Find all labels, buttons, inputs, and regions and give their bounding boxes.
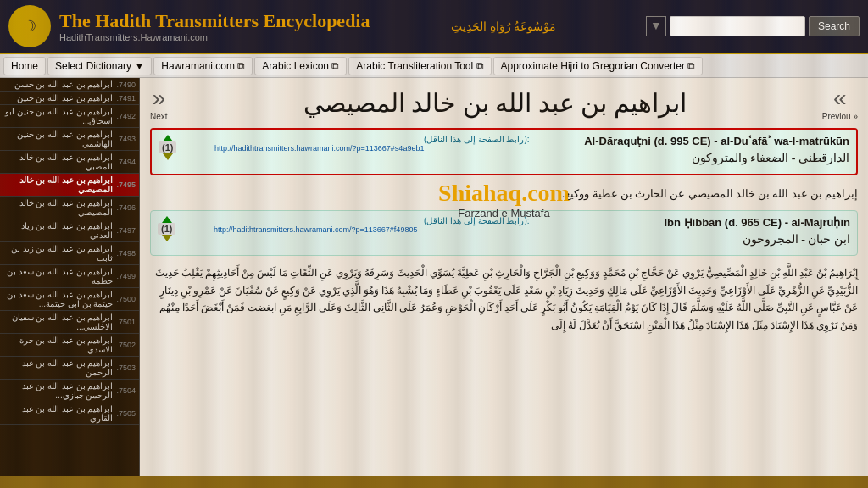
source-title-2: Ibn Ḥibbān (d. 965 CE) - al-Majrūḥīn <box>535 216 851 229</box>
permalink-label-2: :(رابط الصفحة إلى هذا الناقل) <box>214 216 530 225</box>
list-item[interactable]: .7492 ابراهيم بن عبد الله بن حنين ابو اس… <box>0 105 139 128</box>
nav-home[interactable]: Home <box>3 57 46 75</box>
list-item[interactable]: .7497 ابراهيم بن عبد الله بن زياد العدني <box>0 219 139 242</box>
rank-number-2: (1) <box>158 223 175 235</box>
site-url: HadithTransmitters.Hawramani.com <box>59 32 208 42</box>
nav-transliteration[interactable]: Arabic Transliteration Tool ⧉ <box>348 57 491 75</box>
list-item[interactable]: .7504 ابراهيم بن عبد الله بن عبد الرحمن … <box>0 380 139 402</box>
page-navigation: » « Previou ابراهيم بن عبد الله بن خالد … <box>150 85 858 121</box>
source-title-1: Al-Dāraquṭni (d. 995 CE) - al-Duʿafāʾ wa… <box>535 135 850 147</box>
rank-down-icon-2[interactable] <box>162 235 172 241</box>
list-item[interactable]: .7493 ابراهيم بن عبد الله بن حنين الهاشم… <box>0 128 139 151</box>
list-item[interactable]: .7494 ابراهيم بن عبد الله بن خالد المصبي <box>0 151 139 174</box>
entry-left-1: (1) <box>159 135 209 160</box>
logo-area: The Hadith Transmitters Encyclopedia Had… <box>59 10 370 42</box>
entry-right-2: :(رابط الصفحة إلى هذا الناقل) http://had… <box>214 216 530 234</box>
list-item[interactable]: .7500 ابراهيم بن عبد الله بن سعد بن خيثم… <box>0 288 139 311</box>
next-button[interactable]: « Next <box>150 85 168 121</box>
entry-url-1[interactable]: http://hadithtransmitters.hawramani.com/… <box>214 144 530 152</box>
navbar: Home Select Dictionary ▼ Hawramani.com ⧉… <box>0 54 868 78</box>
prev-button[interactable]: » « Previou <box>822 85 858 121</box>
site-title: The Hadith Transmitters Encyclopedia <box>59 10 370 32</box>
search-area: ▼ Search <box>646 16 860 36</box>
list-item-active[interactable]: .7495 ابراهيم بن عبد الله بن خالد المصيص… <box>0 174 139 197</box>
entry-right-1: :(رابط الصفحة إلى هذا الناقل) http://had… <box>214 135 530 152</box>
search-input[interactable] <box>670 16 805 36</box>
permalink-label-1: :(رابط الصفحة إلى هذا الناقل) <box>214 135 530 144</box>
rank-down-icon[interactable] <box>163 153 173 160</box>
list-item[interactable]: .7503 ابراهيم بن عبد الله بن عبد الرحمن <box>0 357 139 380</box>
sidebar: .7490 ابراهيم بن عبد الله بن حسن .7491 ا… <box>0 78 140 476</box>
logo-icon: ☽ <box>8 5 51 47</box>
content-area: » « Previou ابراهيم بن عبد الله بن خالد … <box>140 78 868 476</box>
list-item[interactable]: .7496 ابراهيم بن عبد الله بن خالد المصيص… <box>0 197 139 219</box>
rank-number-1: (1) <box>159 141 176 153</box>
nav-dictionary[interactable]: Select Dictionary ▼ <box>47 57 152 75</box>
rank-up-icon-2[interactable] <box>162 216 172 223</box>
page-title: ابراهيم بن عبد الله بن خالد المصيصي <box>303 88 687 118</box>
list-item[interactable]: .7498 ابراهيم بن عبد الله بن زيد بن ثابت <box>0 242 139 265</box>
list-item[interactable]: .7499 ابراهيم بن عبد الله بن سعد بن حطمة <box>0 265 139 288</box>
entry-left-2: (1) <box>158 216 209 241</box>
entry-source-2: Ibn Ḥibbān (d. 965 CE) - al-Majrūḥīn ابن… <box>535 216 851 247</box>
arabic-text-1: إبراهيم بن عبد الله بن خالد المصيصي عن ا… <box>150 184 858 203</box>
entry-source-1: Al-Dāraquṭni (d. 995 CE) - al-Duʿafāʾ wa… <box>535 135 850 165</box>
entry-header-1: (1) :(رابط الصفحة إلى هذا الناقل) http:/… <box>159 135 849 165</box>
nav-hawramani[interactable]: Hawramani.com ⧉ <box>153 57 253 75</box>
search-dropdown-icon[interactable]: ▼ <box>646 16 666 36</box>
arabic-source-1: الدارقطني - الضعفاء والمتروكون <box>535 151 850 165</box>
arabic-source-2: ابن حبان - المجروحون <box>535 232 851 247</box>
nav-hijri[interactable]: Approximate Hijri to Gregorian Converter… <box>493 57 704 75</box>
search-button[interactable]: Search <box>809 16 860 36</box>
nav-arabic-lexicon[interactable]: Arabic Lexicon ⧉ <box>254 57 347 75</box>
arabic-tagline: مَوْسُوعَةُ رُوَاةِ الحَدِيثِ <box>451 19 556 34</box>
list-item[interactable]: .7502 ابراهيم بن عبد الله بن حرة الاسدي <box>0 334 139 357</box>
rank-arrows-2: (1) <box>158 216 175 241</box>
list-item[interactable]: .7501 ابراهيم بن عبد الله بن سفيان الاخل… <box>0 311 139 334</box>
entry-block-1: (1) :(رابط الصفحة إلى هذا الناقل) http:/… <box>150 128 858 175</box>
list-item[interactable]: .7490 ابراهيم بن عبد الله بن حسن <box>0 78 139 92</box>
list-item[interactable]: .7491 ابراهيم بن عبد الله بن حنين <box>0 92 139 105</box>
list-item[interactable]: .7505 ابراهيم بن عبد الله بن عبد القاري <box>0 402 139 425</box>
entry-block-2: (1) :(رابط الصفحة إلى هذا الناقل) http:/… <box>150 210 858 256</box>
entry-header-2: (1) :(رابط الصفحة إلى هذا الناقل) http:/… <box>158 216 850 247</box>
arabic-text-2: إِبْرَاهِيمُ بْنُ عَبْدِ اللَّهِ بْنِ خَ… <box>150 264 858 334</box>
entry-url-2[interactable]: http://hadithtransmitters.hawramani.com/… <box>214 225 530 234</box>
site-header: ☽ The Hadith Transmitters Encyclopedia H… <box>0 0 868 54</box>
main-layout: .7490 ابراهيم بن عبد الله بن حسن .7491 ا… <box>0 78 868 476</box>
rank-arrows-1: (1) <box>159 135 176 160</box>
rank-up-icon[interactable] <box>163 135 173 141</box>
